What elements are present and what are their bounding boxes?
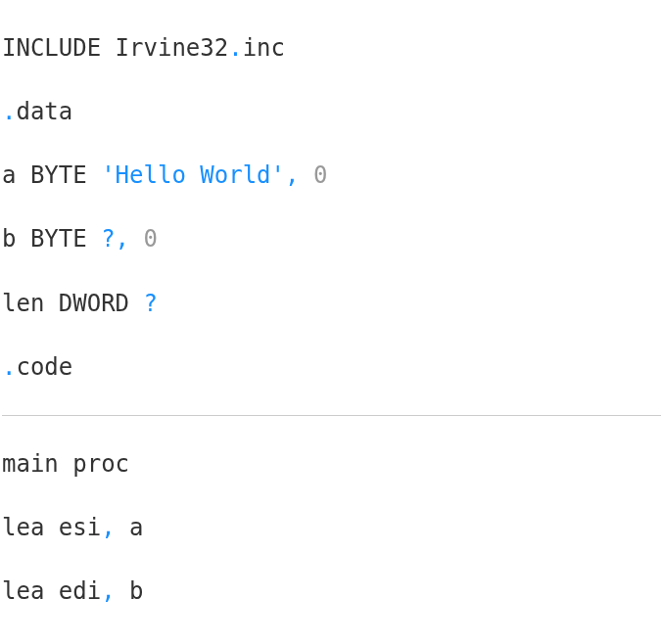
code-line: INCLUDE Irvine32.inc: [2, 32, 661, 65]
divider: [2, 415, 661, 416]
code-punct: ,: [116, 225, 129, 253]
code-punct: ,: [285, 161, 299, 189]
code-line: mov eax, LENGTHOF a: [2, 640, 661, 645]
code-text: b: [116, 577, 144, 605]
code-line: .data: [2, 96, 661, 128]
code-punct: .: [2, 98, 16, 125]
code-text: a: [116, 514, 144, 541]
code-unknown: ?: [101, 225, 115, 253]
code-punct: .: [228, 34, 242, 62]
code-punct: .: [2, 353, 16, 381]
code-text: code: [16, 353, 72, 381]
code-text: main proc: [2, 450, 129, 478]
code-text: b BYTE: [2, 225, 101, 253]
code-block: INCLUDE Irvine32.inc .data a BYTE 'Hello…: [0, 0, 663, 644]
code-text: INCLUDE Irvine32: [2, 34, 228, 62]
code-text: lea edi: [2, 577, 101, 605]
code-string: 'Hello World': [101, 161, 285, 189]
code-line: b BYTE ?, 0: [2, 223, 661, 255]
code-line: .code: [2, 351, 661, 384]
code-text: inc: [243, 34, 285, 62]
code-text: len DWORD: [2, 290, 144, 317]
code-number: 0: [299, 161, 327, 189]
code-text: a BYTE: [2, 161, 101, 189]
code-line: lea edi, b: [2, 575, 661, 608]
code-unknown: ?: [144, 290, 158, 317]
code-punct: ,: [101, 514, 115, 541]
code-text: lea esi: [2, 514, 101, 541]
code-line: main proc: [2, 448, 661, 481]
code-number: 0: [129, 225, 158, 253]
code-text: data: [16, 98, 72, 125]
code-punct: ,: [101, 577, 115, 605]
code-line: lea esi, a: [2, 512, 661, 544]
code-line: a BYTE 'Hello World', 0: [2, 160, 661, 192]
code-line: len DWORD ?: [2, 288, 661, 320]
